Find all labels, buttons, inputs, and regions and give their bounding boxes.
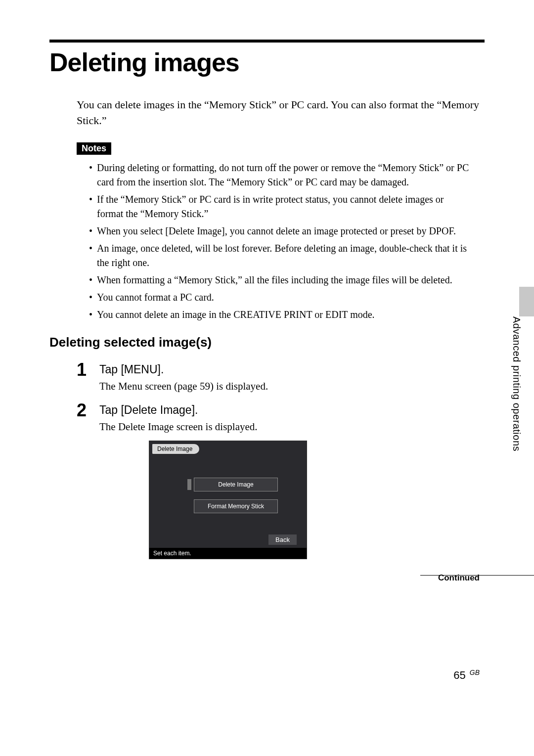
screenshot-tab-label: Delete Image <box>152 444 199 454</box>
section-side-label: Advanced printing operations <box>511 316 522 451</box>
note-item: You cannot delete an image in the CREATI… <box>89 308 470 322</box>
format-memory-stick-option: Format Memory Stick <box>194 499 278 513</box>
top-rule <box>49 40 485 43</box>
step-desc: The Delete Image screen is displayed. <box>99 420 485 434</box>
note-item: When you select [Delete Image], you cann… <box>89 224 470 238</box>
back-button-label: Back <box>268 534 297 545</box>
screenshot-status: Set each item. <box>149 548 307 559</box>
region-code: GB <box>470 668 480 676</box>
step-number: 2 <box>77 401 99 419</box>
intro-paragraph: You can delete images in the “Memory Sti… <box>77 97 485 129</box>
page-number: 65 GB <box>453 668 480 682</box>
step-1: 1 Tap [MENU]. The Menu screen (page 59) … <box>77 361 485 394</box>
continued-label: Continued <box>438 573 480 583</box>
note-item: When formatting a “Memory Stick,” all th… <box>89 273 470 287</box>
note-item: You cannot format a PC card. <box>89 290 470 305</box>
step-number: 1 <box>77 361 99 379</box>
notes-label: Notes <box>77 142 111 155</box>
section-subhead: Deleting selected image(s) <box>49 335 485 350</box>
step-title: Tap [MENU]. <box>99 363 485 376</box>
page-title: Deleting images <box>49 47 485 77</box>
page-number-value: 65 <box>453 669 465 681</box>
delete-image-option: Delete Image <box>194 478 278 491</box>
notes-list: During deleting or formatting, do not tu… <box>89 161 470 322</box>
step-2: 2 Tap [Delete Image]. The Delete Image s… <box>77 401 485 559</box>
side-tab-marker <box>519 287 534 316</box>
step-desc: The Menu screen (page 59) is displayed. <box>99 379 485 394</box>
step-title: Tap [Delete Image]. <box>99 403 485 417</box>
note-item: An image, once deleted, will be lost for… <box>89 241 470 270</box>
note-item: During deleting or formatting, do not tu… <box>89 161 470 189</box>
note-item: If the “Memory Stick” or PC card is in w… <box>89 192 470 221</box>
delete-image-screenshot: Delete Image Delete Image Format Memory … <box>149 441 307 559</box>
